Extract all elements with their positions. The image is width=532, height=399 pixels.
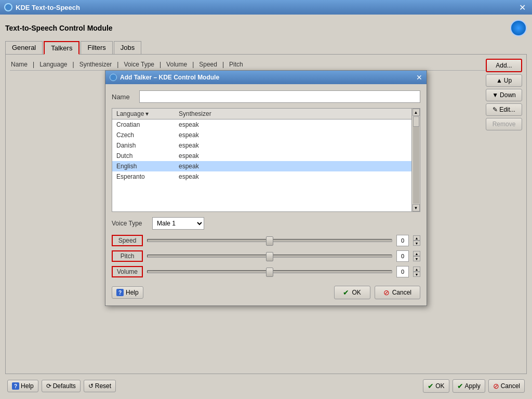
dialog-title-bar: Add Talker – KDE Control Module ✕ [105, 71, 427, 84]
scrollbar-thumb[interactable] [413, 116, 419, 127]
volume-slider-thumb[interactable] [266, 268, 273, 277]
table-header: Language ▾ Synthesizer [112, 109, 411, 119]
bottom-right-buttons: ✔ OK ✔ Apply ⊘ Cancel [423, 379, 525, 393]
pitch-label: Pitch [112, 250, 143, 262]
defaults-button[interactable]: ⟳ Defaults [42, 380, 81, 392]
dialog-help-label: Help [126, 289, 139, 296]
apply-button[interactable]: ✔ Apply [453, 379, 485, 393]
cancel-button-label: Cancel [501, 382, 520, 390]
speed-spinner: ▲ ▼ [413, 235, 420, 246]
table-scrollbar: ▲ ▼ [411, 109, 420, 211]
volume-slider-track [147, 270, 392, 273]
language-name: Croatian [116, 121, 179, 128]
pitch-slider-track [147, 255, 392, 258]
help-icon: ? [116, 289, 124, 296]
volume-spinner: ▲ ▼ [413, 267, 420, 277]
language-name: Danish [116, 142, 179, 149]
dialog-kde-icon [110, 74, 117, 81]
defaults-icon: ⟳ [46, 382, 51, 390]
volume-row: Volume 0 ▲ ▼ [112, 266, 420, 277]
pitch-slider-thumb[interactable] [266, 252, 273, 261]
language-table: Language ▾ Synthesizer Croatian espe [112, 108, 420, 212]
volume-label: Volume [112, 266, 143, 277]
volume-value-input[interactable]: 0 [396, 266, 409, 277]
language-name: Dutch [116, 152, 179, 159]
window-title: KDE Text-to-Speech [16, 4, 80, 11]
name-input[interactable] [139, 90, 420, 103]
language-name: English [116, 163, 179, 170]
synthesizer-name: espeak [179, 152, 199, 159]
pitch-spinner-down[interactable]: ▼ [413, 256, 420, 261]
pitch-spinner-up[interactable]: ▲ [413, 251, 420, 256]
dialog-help-button[interactable]: ? Help [112, 286, 143, 299]
scrollbar-up-button[interactable]: ▲ [413, 109, 420, 116]
tab-general[interactable]: General [5, 41, 43, 55]
speed-slider-track [147, 239, 392, 242]
help-button-label: Help [21, 382, 34, 390]
sort-icon: ▾ [145, 110, 149, 117]
table-row[interactable]: Esperanto espeak [112, 171, 411, 182]
name-label: Name [112, 93, 135, 101]
help-button[interactable]: ? Help [7, 380, 38, 392]
language-name: Czech [116, 131, 179, 139]
synthesizer-name: espeak [179, 121, 199, 128]
defaults-button-label: Defaults [53, 382, 76, 390]
kde-logo-icon [510, 20, 527, 36]
dialog-close-button[interactable]: ✕ [416, 73, 422, 82]
synthesizer-column-header: Synthesizer [179, 110, 407, 117]
bottom-left-buttons: ? Help ⟳ Defaults ↺ Reset [7, 380, 116, 392]
tab-bar: General Talkers Filters Jobs [5, 41, 527, 54]
pitch-row: Pitch 0 ▲ ▼ [112, 250, 420, 262]
speed-slider-thumb[interactable] [266, 236, 273, 246]
voice-type-label: Voice Type [112, 220, 148, 227]
title-bar: KDE Text-to-Speech ✕ [0, 0, 532, 15]
language-header-label: Language [116, 110, 144, 117]
dialog-title-left: Add Talker – KDE Control Module [110, 74, 219, 81]
table-row-selected[interactable]: English espeak [112, 161, 411, 171]
module-title: Text-to-Speech Control Module [5, 24, 113, 32]
synthesizer-header-label: Synthesizer [179, 110, 211, 117]
tab-talkers[interactable]: Talkers [44, 41, 79, 55]
reset-button[interactable]: ↺ Reset [84, 380, 116, 392]
tab-panel-talkers: Name | Language | Synthesizer | Voice Ty… [5, 54, 527, 374]
speed-spinner-down[interactable]: ▼ [413, 241, 420, 246]
language-column-header: Language ▾ [116, 110, 179, 117]
apply-icon: ✔ [457, 382, 463, 390]
cancel-button[interactable]: ⊘ Cancel [488, 379, 525, 393]
synthesizer-name: espeak [179, 163, 199, 170]
kde-title-icon [4, 3, 12, 11]
window-close-button[interactable]: ✕ [517, 3, 528, 12]
ok-button[interactable]: ✔ OK [423, 379, 449, 393]
table-row[interactable]: Czech espeak [112, 130, 411, 140]
table-row[interactable]: Dutch espeak [112, 151, 411, 161]
dialog-cancel-label: Cancel [392, 289, 411, 296]
help-button-icon: ? [12, 382, 19, 390]
cancel-circle-icon: ⊘ [383, 288, 390, 297]
tab-jobs[interactable]: Jobs [114, 41, 141, 55]
window-header: Text-to-Speech Control Module [5, 20, 527, 36]
main-window: Text-to-Speech Control Module General Ta… [0, 15, 532, 399]
dialog-cancel-button[interactable]: ⊘ Cancel [375, 286, 420, 299]
speed-value-input[interactable]: 0 [396, 235, 409, 246]
table-row[interactable]: Danish espeak [112, 140, 411, 151]
voice-type-select[interactable]: Male 1 Male 2 Female 1 Female 2 [152, 217, 204, 230]
table-row[interactable]: Croatian espeak [112, 119, 411, 130]
add-talker-dialog: Add Talker – KDE Control Module ✕ Name [105, 70, 427, 306]
volume-spinner-down[interactable]: ▼ [413, 272, 420, 277]
volume-spinner-up[interactable]: ▲ [413, 267, 420, 272]
reset-button-label: Reset [95, 382, 111, 390]
ok-check-icon: ✔ [343, 288, 349, 297]
tab-filters[interactable]: Filters [81, 41, 112, 55]
voice-type-row: Voice Type Male 1 Male 2 Female 1 Female… [112, 217, 420, 230]
pitch-value-input[interactable]: 0 [396, 250, 409, 262]
scrollbar-down-button[interactable]: ▼ [413, 204, 420, 211]
cancel-icon: ⊘ [493, 382, 499, 390]
scrollbar-track [413, 116, 419, 204]
speed-label: Speed [112, 235, 143, 246]
reset-icon: ↺ [88, 382, 94, 390]
speed-spinner-up[interactable]: ▲ [413, 235, 420, 241]
language-table-inner: Language ▾ Synthesizer Croatian espe [112, 109, 411, 211]
dialog-ok-label: OK [352, 289, 361, 296]
apply-button-label: Apply [465, 382, 481, 390]
dialog-ok-button[interactable]: ✔ OK [334, 286, 370, 299]
